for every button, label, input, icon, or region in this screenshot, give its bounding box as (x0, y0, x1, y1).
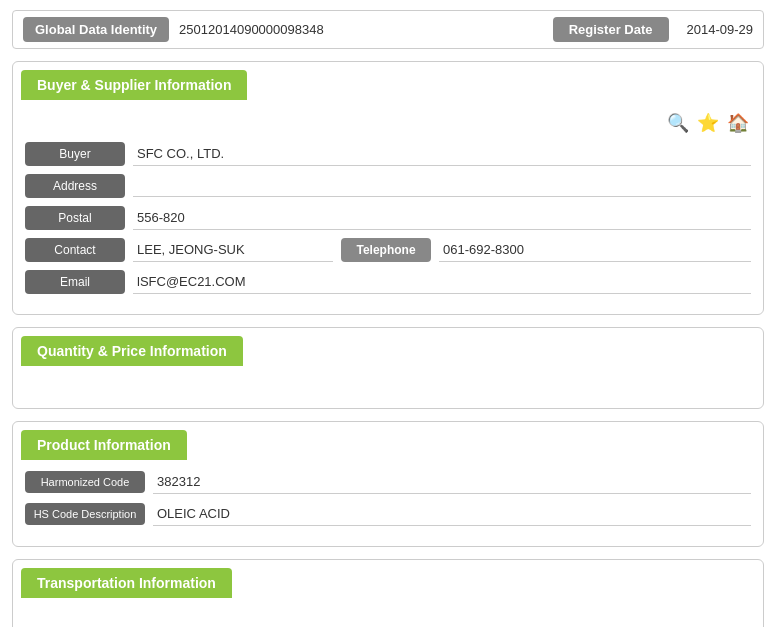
transportation-header: Transportation Information (21, 568, 232, 598)
harmonized-code-label: Harmonized Code (25, 471, 145, 493)
home-icon[interactable]: 🏠 (725, 110, 751, 136)
postal-value: 556-820 (133, 206, 751, 230)
register-date-label: Register Date (553, 17, 669, 42)
transportation-body (13, 598, 763, 627)
product-section: Product Information Harmonized Code 3823… (12, 421, 764, 547)
address-value (133, 175, 751, 197)
buyer-supplier-section: Buyer & Supplier Information 🔍 ⭐ 🏠 Buyer… (12, 61, 764, 315)
action-icons-row: 🔍 ⭐ 🏠 (25, 110, 751, 136)
quantity-price-body (13, 366, 763, 408)
contact-label: Contact (25, 238, 125, 262)
email-row: Email lSFC@EC21.COM (25, 270, 751, 294)
identity-bar: Global Data Identity 2501201409000009834… (12, 10, 764, 49)
address-row: Address (25, 174, 751, 198)
buyer-supplier-body: 🔍 ⭐ 🏠 Buyer SFC CO., LTD. Address Postal… (13, 100, 763, 314)
harmonized-code-value: 382312 (153, 470, 751, 494)
buyer-row: Buyer SFC CO., LTD. (25, 142, 751, 166)
transportation-section: Transportation Information (12, 559, 764, 627)
quantity-price-header: Quantity & Price Information (21, 336, 243, 366)
product-body: Harmonized Code 382312 HS Code Descripti… (13, 460, 763, 546)
transportation-empty (25, 608, 751, 627)
product-header: Product Information (21, 430, 187, 460)
quantity-price-empty (25, 376, 751, 396)
contact-telephone-row: Contact LEE, JEONG-SUK Telephone 061-692… (25, 238, 751, 262)
contact-value: LEE, JEONG-SUK (133, 238, 333, 262)
hs-desc-value: OLEIC ACID (153, 502, 751, 526)
postal-label: Postal (25, 206, 125, 230)
postal-row: Postal 556-820 (25, 206, 751, 230)
buyer-supplier-header: Buyer & Supplier Information (21, 70, 247, 100)
search-icon[interactable]: 🔍 (665, 110, 691, 136)
register-date-value: 2014-09-29 (687, 22, 754, 37)
quantity-price-section: Quantity & Price Information (12, 327, 764, 409)
email-value: lSFC@EC21.COM (133, 270, 751, 294)
address-label: Address (25, 174, 125, 198)
buyer-value: SFC CO., LTD. (133, 142, 751, 166)
global-data-identity-value: 25012014090000098348 (179, 22, 543, 37)
star-icon[interactable]: ⭐ (695, 110, 721, 136)
page-wrapper: Global Data Identity 2501201409000009834… (0, 0, 776, 627)
global-data-identity-label: Global Data Identity (23, 17, 169, 42)
email-label: Email (25, 270, 125, 294)
hs-desc-row: HS Code Description OLEIC ACID (25, 502, 751, 526)
buyer-label: Buyer (25, 142, 125, 166)
telephone-value: 061-692-8300 (439, 238, 751, 262)
hs-desc-label: HS Code Description (25, 503, 145, 525)
harmonized-code-row: Harmonized Code 382312 (25, 470, 751, 494)
telephone-label: Telephone (341, 238, 431, 262)
